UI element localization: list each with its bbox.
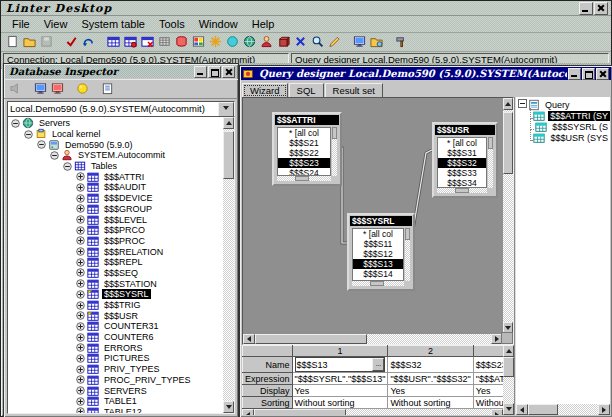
tree-item-repl[interactable]: $$$REPL (8, 257, 223, 268)
grid-vscrollbar[interactable] (503, 345, 514, 415)
grid-cell[interactable]: Yes (388, 385, 473, 397)
app-titlebar[interactable]: Linter Desktop (1, 1, 611, 16)
mini-vscrollbar[interactable] (488, 137, 493, 188)
database-info-icon[interactable] (241, 35, 257, 49)
column-item-s32[interactable]: $$$S32 (438, 158, 486, 168)
scroll-track[interactable] (528, 404, 598, 415)
query-table-usr[interactable]: $$$USR* [all col$$$S31$$$S32$$$S33$$$S34 (432, 122, 498, 198)
column-item-s34[interactable]: $$$S34 (438, 178, 486, 188)
tree-item-relation[interactable]: $$$RELATION (8, 246, 223, 257)
query-table-header[interactable]: $$$ATTRI (275, 115, 339, 125)
expand-plus-icon[interactable] (76, 354, 85, 363)
mini-vscrollbar[interactable] (405, 228, 410, 281)
delete-icon[interactable] (292, 35, 308, 49)
grid-cell[interactable]: Without sorting (292, 397, 388, 409)
tree-item-proc[interactable]: $$$PROC (8, 236, 223, 247)
column-item-all-col[interactable]: * [all col (278, 128, 330, 138)
expand-plus-icon[interactable] (76, 204, 85, 213)
scroll-thumb[interactable] (503, 357, 514, 377)
query-table-sysrl[interactable]: $$$SYSRL* [all col$$$S11$$$S12$$$S13$$$S… (347, 213, 415, 291)
find-icon[interactable] (309, 35, 325, 49)
new-document-icon[interactable] (4, 35, 20, 49)
tree-item-attri[interactable]: $$$ATTRI (8, 171, 223, 182)
expand-plus-icon[interactable] (76, 290, 85, 299)
tree-item-tables[interactable]: Tables (8, 161, 223, 172)
menu-tools[interactable]: Tools (152, 17, 192, 32)
column-item-all-col[interactable]: * [all col (353, 229, 403, 239)
inspector-minimize-icon[interactable] (194, 66, 207, 78)
combo-dropdown-icon[interactable] (218, 102, 234, 117)
expand-minus-icon[interactable] (37, 140, 46, 149)
mini-hscrollbar[interactable] (277, 176, 331, 181)
grid-cell[interactable]: Without sorting (388, 397, 473, 409)
scroll-up-icon[interactable] (223, 117, 234, 129)
menu-view[interactable]: View (37, 17, 75, 32)
column-item-s12[interactable]: $$$S12 (353, 249, 403, 259)
options-icon[interactable] (393, 35, 409, 49)
edit-icon[interactable] (326, 35, 342, 49)
tree-item-demo590-5-9-0[interactable]: Demo590 (5.9.0) (8, 139, 223, 150)
scroll-track[interactable] (254, 409, 491, 415)
inspector-titlebar[interactable]: Database Inspector (5, 65, 237, 78)
inspector-tree-scrollbar[interactable] (223, 117, 234, 413)
designer-close-icon[interactable] (596, 68, 609, 80)
expand-plus-icon[interactable] (76, 407, 85, 413)
grid-cell[interactable]: "$$$USR"."$$$S32" (388, 373, 473, 385)
tab-result-set[interactable]: Result set (325, 83, 383, 98)
tree-item-priv-types[interactable]: PRIV_TYPES (8, 364, 223, 375)
grid-cell[interactable]: "$$$ATTRI"."$$$S23 (473, 373, 503, 385)
designer-titlebar[interactable]: Query designer Local.Demo590 (5.9.0).SYS… (241, 67, 611, 80)
tree-item-pictures[interactable]: PICTURES (8, 353, 223, 364)
expand-minus-icon[interactable] (63, 162, 72, 171)
tree-item-counter6[interactable]: COUNTER6 (8, 332, 223, 343)
expand-plus-icon[interactable] (76, 397, 85, 406)
query-diagram-canvas[interactable]: $$$ATTRI* [all col$$$S21$$$S22$$$S23$$$S… (242, 97, 514, 345)
scroll-thumb[interactable] (223, 131, 234, 179)
rollback-icon[interactable] (80, 35, 96, 49)
grid-cell[interactable]: $$$S13... (292, 357, 388, 373)
grid-cell[interactable]: $$$S32 (388, 357, 473, 373)
tree-item-prco[interactable]: $$$PRCO (8, 225, 223, 236)
mini-hscrollbar[interactable] (437, 188, 487, 193)
expand-plus-icon[interactable] (76, 215, 85, 224)
tree-item-table12[interactable]: TABLE12 (8, 407, 223, 413)
expand-plus-icon[interactable] (76, 247, 85, 256)
tree-item-group[interactable]: $$$GROUP (8, 204, 223, 215)
scroll-down-icon[interactable] (503, 403, 514, 415)
wizard-icon[interactable] (74, 82, 90, 96)
tree-item-level[interactable]: $$$LEVEL (8, 214, 223, 225)
query-table-header[interactable]: $$$USR (435, 125, 495, 135)
connect-icon[interactable] (32, 82, 48, 96)
column-item-s21[interactable]: $$$S21 (278, 138, 330, 148)
tree-item-counter31[interactable]: COUNTER31 (8, 321, 223, 332)
scroll-thumb[interactable] (528, 404, 558, 415)
grid-hscrollbar[interactable] (242, 409, 503, 415)
scroll-up-icon[interactable] (503, 345, 514, 357)
alter-table-icon[interactable] (122, 35, 138, 49)
tree-item-station[interactable]: $$$STATION (8, 278, 223, 289)
query-tree-hscrollbar[interactable] (516, 404, 610, 415)
tab-wizard[interactable]: Wizard (242, 83, 288, 98)
scroll-left-icon[interactable] (516, 404, 528, 415)
expand-minus-icon[interactable] (50, 151, 59, 160)
column-item-s22[interactable]: $$$S22 (278, 148, 330, 158)
grid-column-header-1[interactable]: 1 (292, 346, 388, 357)
expand-plus-icon[interactable] (76, 365, 85, 374)
query-designer-icon[interactable] (190, 35, 206, 49)
query-table-header[interactable]: $$$SYSRL (350, 216, 412, 226)
column-item-s11[interactable]: $$$S11 (353, 239, 403, 249)
expand-plus-icon[interactable] (76, 343, 85, 352)
query-tree-item-usr-sys[interactable]: $$$USR (SYS (518, 132, 610, 143)
column-item-all-col[interactable]: * [all col (438, 138, 486, 148)
scroll-left-icon[interactable] (242, 409, 254, 415)
drop-table-icon[interactable] (139, 35, 155, 49)
expand-plus-icon[interactable] (76, 322, 85, 331)
sound-icon[interactable] (7, 82, 23, 96)
users-icon[interactable] (258, 35, 274, 49)
query-table-attri[interactable]: $$$ATTRI* [all col$$$S21$$$S22$$$S23$$$S… (272, 112, 342, 186)
expand-plus-icon[interactable] (76, 311, 85, 320)
menu-window[interactable]: Window (192, 17, 245, 32)
tree-item-sysrl[interactable]: $$$SYSRL (8, 289, 223, 300)
scroll-track[interactable] (223, 129, 234, 401)
scroll-right-icon[interactable] (491, 409, 503, 415)
